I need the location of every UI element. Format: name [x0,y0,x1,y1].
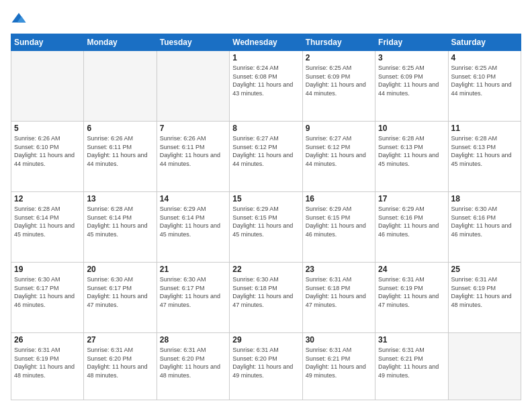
calendar-cell: 5Sunrise: 6:26 AMSunset: 6:10 PMDaylight… [11,122,84,192]
day-info: Sunrise: 6:29 AMSunset: 6:16 PMDaylight:… [378,205,445,238]
calendar-cell: 11Sunrise: 6:28 AMSunset: 6:13 PMDayligh… [448,122,521,192]
week-row-2: 5Sunrise: 6:26 AMSunset: 6:10 PMDaylight… [11,122,521,192]
calendar-cell: 18Sunrise: 6:30 AMSunset: 6:16 PMDayligh… [448,192,521,263]
day-info: Sunrise: 6:29 AMSunset: 6:15 PMDaylight:… [232,205,299,238]
day-number: 28 [160,335,226,345]
calendar-cell: 21Sunrise: 6:30 AMSunset: 6:17 PMDayligh… [157,263,229,333]
day-info: Sunrise: 6:25 AMSunset: 6:10 PMDaylight:… [451,64,518,97]
calendar-cell: 30Sunrise: 6:31 AMSunset: 6:21 PMDayligh… [302,333,375,400]
day-number: 3 [378,53,445,62]
calendar-cell: 4Sunrise: 6:25 AMSunset: 6:10 PMDaylight… [448,51,521,122]
calendar-cell: 23Sunrise: 6:31 AMSunset: 6:18 PMDayligh… [302,263,375,333]
weekday-header-wednesday: Wednesday [230,34,302,51]
day-number: 17 [378,194,445,203]
week-row-1: 1Sunrise: 6:24 AMSunset: 6:08 PMDaylight… [11,51,521,122]
day-info: Sunrise: 6:27 AMSunset: 6:12 PMDaylight:… [232,134,299,168]
weekday-header-thursday: Thursday [302,34,375,51]
day-info: Sunrise: 6:27 AMSunset: 6:12 PMDaylight:… [306,134,372,168]
day-info: Sunrise: 6:26 AMSunset: 6:11 PMDaylight:… [87,134,153,168]
weekday-header-monday: Monday [84,34,157,51]
day-info: Sunrise: 6:31 AMSunset: 6:18 PMDaylight:… [306,275,372,309]
day-info: Sunrise: 6:31 AMSunset: 6:19 PMDaylight:… [378,275,445,309]
day-info: Sunrise: 6:30 AMSunset: 6:16 PMDaylight:… [451,205,518,238]
calendar-cell: 26Sunrise: 6:31 AMSunset: 6:19 PMDayligh… [11,333,84,400]
calendar-cell [448,333,521,400]
weekday-header-friday: Friday [375,34,448,51]
calendar-cell: 27Sunrise: 6:31 AMSunset: 6:20 PMDayligh… [84,333,157,400]
day-info: Sunrise: 6:26 AMSunset: 6:10 PMDaylight:… [14,134,81,168]
calendar: SundayMondayTuesdayWednesdayThursdayFrid… [11,34,521,400]
day-info: Sunrise: 6:28 AMSunset: 6:13 PMDaylight:… [378,134,445,168]
day-number: 13 [87,194,153,203]
calendar-cell: 25Sunrise: 6:31 AMSunset: 6:19 PMDayligh… [448,263,521,333]
day-number: 24 [378,265,445,274]
day-info: Sunrise: 6:29 AMSunset: 6:15 PMDaylight:… [306,205,372,238]
calendar-cell: 19Sunrise: 6:30 AMSunset: 6:17 PMDayligh… [11,263,84,333]
day-info: Sunrise: 6:30 AMSunset: 6:17 PMDaylight:… [160,275,226,309]
day-number: 16 [306,194,372,203]
calendar-cell [84,51,157,122]
calendar-cell: 29Sunrise: 6:31 AMSunset: 6:20 PMDayligh… [230,333,302,400]
day-number: 1 [232,53,299,62]
week-row-4: 19Sunrise: 6:30 AMSunset: 6:17 PMDayligh… [11,263,521,333]
day-info: Sunrise: 6:28 AMSunset: 6:13 PMDaylight:… [451,134,518,168]
calendar-cell: 14Sunrise: 6:29 AMSunset: 6:14 PMDayligh… [157,192,229,263]
day-info: Sunrise: 6:25 AMSunset: 6:09 PMDaylight:… [378,64,445,97]
day-info: Sunrise: 6:31 AMSunset: 6:20 PMDaylight:… [160,346,226,379]
weekday-header-saturday: Saturday [448,34,521,51]
weekday-header-tuesday: Tuesday [157,34,229,51]
day-number: 15 [232,194,299,203]
calendar-cell: 9Sunrise: 6:27 AMSunset: 6:12 PMDaylight… [302,122,375,192]
day-number: 18 [451,194,518,203]
day-number: 20 [87,265,153,274]
calendar-cell: 20Sunrise: 6:30 AMSunset: 6:17 PMDayligh… [84,263,157,333]
day-number: 31 [378,335,445,345]
calendar-cell: 13Sunrise: 6:28 AMSunset: 6:14 PMDayligh… [84,192,157,263]
logo [11,11,30,27]
day-info: Sunrise: 6:31 AMSunset: 6:20 PMDaylight:… [87,346,153,379]
day-info: Sunrise: 6:25 AMSunset: 6:09 PMDaylight:… [306,64,372,97]
day-number: 21 [160,265,226,274]
calendar-cell [11,51,84,122]
day-number: 14 [160,194,226,203]
day-number: 22 [232,265,299,274]
calendar-cell: 24Sunrise: 6:31 AMSunset: 6:19 PMDayligh… [375,263,448,333]
day-info: Sunrise: 6:28 AMSunset: 6:14 PMDaylight:… [14,205,81,238]
calendar-cell: 31Sunrise: 6:31 AMSunset: 6:21 PMDayligh… [375,333,448,400]
weekday-header-row: SundayMondayTuesdayWednesdayThursdayFrid… [11,34,521,51]
day-info: Sunrise: 6:31 AMSunset: 6:20 PMDaylight:… [232,346,299,379]
day-info: Sunrise: 6:29 AMSunset: 6:14 PMDaylight:… [160,205,226,238]
day-number: 9 [306,124,372,133]
day-number: 26 [14,335,81,345]
calendar-cell: 22Sunrise: 6:30 AMSunset: 6:18 PMDayligh… [230,263,302,333]
calendar-cell: 12Sunrise: 6:28 AMSunset: 6:14 PMDayligh… [11,192,84,263]
day-number: 30 [306,335,372,345]
page: SundayMondayTuesdayWednesdayThursdayFrid… [0,0,532,411]
day-number: 10 [378,124,445,133]
calendar-cell: 28Sunrise: 6:31 AMSunset: 6:20 PMDayligh… [157,333,229,400]
week-row-3: 12Sunrise: 6:28 AMSunset: 6:14 PMDayligh… [11,192,521,263]
calendar-cell: 3Sunrise: 6:25 AMSunset: 6:09 PMDaylight… [375,51,448,122]
day-info: Sunrise: 6:31 AMSunset: 6:21 PMDaylight:… [378,346,445,379]
day-info: Sunrise: 6:26 AMSunset: 6:11 PMDaylight:… [160,134,226,168]
calendar-cell: 8Sunrise: 6:27 AMSunset: 6:12 PMDaylight… [230,122,302,192]
day-number: 7 [160,124,226,133]
calendar-cell: 15Sunrise: 6:29 AMSunset: 6:15 PMDayligh… [230,192,302,263]
day-info: Sunrise: 6:28 AMSunset: 6:14 PMDaylight:… [87,205,153,238]
day-info: Sunrise: 6:31 AMSunset: 6:19 PMDaylight:… [14,346,81,379]
day-info: Sunrise: 6:30 AMSunset: 6:18 PMDaylight:… [232,275,299,309]
header [11,11,521,27]
day-number: 19 [14,265,81,274]
week-row-5: 26Sunrise: 6:31 AMSunset: 6:19 PMDayligh… [11,333,521,400]
day-info: Sunrise: 6:31 AMSunset: 6:21 PMDaylight:… [306,346,372,379]
day-number: 12 [14,194,81,203]
day-number: 11 [451,124,518,133]
day-number: 6 [87,124,153,133]
weekday-header-sunday: Sunday [11,34,84,51]
logo-icon [11,11,27,27]
calendar-cell: 1Sunrise: 6:24 AMSunset: 6:08 PMDaylight… [230,51,302,122]
day-info: Sunrise: 6:24 AMSunset: 6:08 PMDaylight:… [232,64,299,97]
day-number: 8 [232,124,299,133]
calendar-cell: 7Sunrise: 6:26 AMSunset: 6:11 PMDaylight… [157,122,229,192]
day-info: Sunrise: 6:30 AMSunset: 6:17 PMDaylight:… [87,275,153,309]
